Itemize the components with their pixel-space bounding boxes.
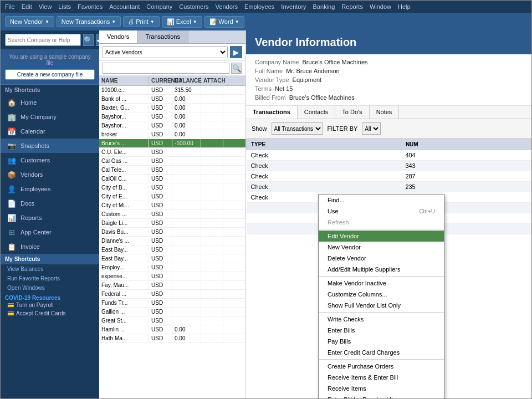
context-menu-item-find-[interactable]: Find...	[319, 195, 444, 206]
vendor-row[interactable]: Cal Tele... USD	[99, 166, 245, 175]
menu-reports[interactable]: Reports	[341, 3, 363, 10]
context-menu-item-delete-vendor[interactable]: Delete Vendor	[319, 253, 444, 264]
context-menu-item-enter-bill-for-received-items[interactable]: Enter Bill for Received Items	[319, 394, 444, 398]
sidebar-item-vendors[interactable]: 📦 Vendors	[1, 167, 99, 182]
vendor-row[interactable]: expense... USD	[99, 272, 245, 281]
menu-window[interactable]: Window	[370, 3, 391, 10]
vendor-row[interactable]: Gallion ... USD	[99, 308, 245, 316]
tab-contacts[interactable]: Contacts	[298, 106, 335, 119]
search-button[interactable]: 🔍	[83, 34, 94, 46]
menu-banking[interactable]: Banking	[313, 3, 335, 10]
filter-by-select[interactable]: All	[362, 122, 381, 135]
vendor-row[interactable]: C.U. Ele... USD	[99, 148, 245, 157]
menu-vendors[interactable]: Vendors	[216, 3, 238, 10]
menu-employees[interactable]: Employees	[244, 3, 274, 10]
vendor-row[interactable]: Hath Ma... USD 0.00	[99, 334, 245, 343]
sidebar-item-calendar[interactable]: 📅 Calendar	[1, 124, 99, 139]
context-menu-item-new-vendor[interactable]: New Vendor	[319, 242, 444, 253]
menu-favorites[interactable]: Favorites	[78, 3, 103, 10]
vendor-row[interactable]: City of B... USD	[99, 183, 245, 192]
sidebar-item-company[interactable]: 🏢 My Company	[1, 110, 99, 124]
menu-view[interactable]: View	[39, 3, 52, 10]
menu-inventory[interactable]: Inventory	[281, 3, 306, 10]
transaction-row[interactable]: Check 404	[247, 150, 531, 161]
context-menu-item-add-edit-multiple-suppliers[interactable]: Add/Edit Multiple Suppliers	[319, 264, 444, 275]
vendor-row[interactable]: Bayshor... USD 0.00	[99, 112, 245, 121]
tab-transactions-info[interactable]: Transactions	[246, 106, 298, 119]
vendor-row[interactable]: Baxter, G... USD 0.00	[99, 104, 245, 112]
vendor-row[interactable]: Funds Tr... USD	[99, 299, 245, 308]
sidebar-item-reports[interactable]: 📊 Reports	[1, 211, 99, 225]
vendor-row[interactable]: East Bay... USD	[99, 254, 245, 263]
vendor-row[interactable]: Bank of ... USD 0.00	[99, 95, 245, 104]
context-menu-item-write-checks[interactable]: Write Checks	[319, 314, 444, 325]
vendor-row[interactable]: Federal ... USD	[99, 290, 245, 299]
vendor-row[interactable]: Davis Bu... USD	[99, 228, 245, 237]
sidebar-item-app-center[interactable]: ⊞ App Center	[1, 225, 99, 239]
search-input[interactable]	[5, 34, 81, 46]
vendor-filter-expand-button[interactable]: ▶	[230, 46, 242, 58]
new-vendor-button[interactable]: New Vendor ▼	[5, 16, 54, 27]
context-menu-item-make-vendor-inactive[interactable]: Make Vendor Inactive	[319, 278, 444, 289]
tab-transactions[interactable]: Transactions	[137, 30, 188, 43]
open-windows-link[interactable]: Open Windows	[1, 283, 99, 293]
context-menu-item-enter-bills[interactable]: Enter Bills	[319, 325, 444, 336]
transaction-row[interactable]: Check 343	[247, 161, 531, 171]
tab-todos[interactable]: To Do's	[335, 106, 369, 119]
excel-button[interactable]: 📊 Excel ▼	[162, 16, 202, 28]
vendor-row[interactable]: Employ... USD	[99, 263, 245, 272]
run-favorite-reports-link[interactable]: Run Favorite Reports	[1, 274, 99, 283]
covid-title[interactable]: COVID-19 Resources	[5, 295, 95, 301]
covid-payroll-item[interactable]: 💳 Turn on Payroll	[5, 301, 95, 309]
vendor-filter-select[interactable]: Active Vendors	[103, 46, 228, 58]
vendor-row[interactable]: City of Mi... USD	[99, 201, 245, 210]
tab-notes[interactable]: Notes	[370, 106, 400, 119]
vendor-row[interactable]: CalOil C... USD	[99, 175, 245, 183]
vendor-row[interactable]: Custom ... USD	[99, 210, 245, 219]
context-menu-item-pay-bills[interactable]: Pay Bills	[319, 336, 444, 347]
transaction-row[interactable]: Check 287	[247, 171, 531, 182]
sidebar-item-customers[interactable]: 👥 Customers	[1, 153, 99, 167]
context-menu-item-create-purchase-orders[interactable]: Create Purchase Orders	[319, 361, 444, 372]
transaction-row[interactable]: Check 235	[247, 182, 531, 192]
tab-vendors[interactable]: Vendors	[99, 30, 137, 43]
menu-file[interactable]: File	[5, 3, 15, 10]
sidebar-item-snapshots[interactable]: 📷 Snapshots	[1, 139, 99, 153]
vendor-row[interactable]: Cal Gas ... USD	[99, 157, 245, 166]
menu-edit[interactable]: Edit	[22, 3, 32, 10]
view-balances-link[interactable]: View Balances	[1, 264, 99, 274]
covid-credit-item[interactable]: 💳 Accept Credit Cards	[5, 309, 95, 318]
show-transactions-select[interactable]: All Transactions	[272, 122, 323, 135]
vendor-row[interactable]: Hamlin ... USD 0.00	[99, 325, 245, 334]
vendor-row[interactable]: broker USD 0.00	[99, 130, 245, 139]
context-menu-item-receive-items[interactable]: Receive Items	[319, 383, 444, 394]
menu-customers[interactable]: Customers	[179, 3, 208, 10]
word-button[interactable]: 📝 Word ▼	[204, 16, 244, 28]
print-button[interactable]: 🖨 Print ▼	[123, 16, 160, 27]
menu-company[interactable]: Company	[146, 3, 172, 10]
new-transactions-button[interactable]: New Transactions ▼	[57, 16, 121, 27]
menu-help[interactable]: Help	[398, 3, 411, 10]
context-menu-item-use[interactable]: UseCtrl+U	[319, 206, 444, 217]
create-company-button[interactable]: Create a new company file	[5, 69, 95, 80]
menu-accountant[interactable]: Accountant	[109, 3, 140, 10]
vendor-search-button[interactable]: 🔍	[231, 63, 242, 74]
vendor-row[interactable]: Dianne's ... USD	[99, 237, 245, 245]
vendor-row[interactable]: Fay, Mau... USD	[99, 281, 245, 290]
vendor-row[interactable]: Daigle Li... USD	[99, 219, 245, 228]
sidebar-item-employees[interactable]: 👤 Employees	[1, 182, 99, 196]
sidebar-item-invoice[interactable]: 📋 Invoice	[1, 239, 99, 254]
menu-lists[interactable]: Lists	[58, 3, 71, 10]
vendor-row[interactable]: Great St... USD	[99, 316, 245, 325]
vendor-row[interactable]: City of E... USD	[99, 192, 245, 201]
vendor-row[interactable]: East Bay... USD	[99, 245, 245, 254]
vendor-row[interactable]: Bayshor... USD 0.00	[99, 121, 245, 130]
sidebar-item-home[interactable]: 🏠 Home	[1, 95, 99, 110]
sidebar-item-docs[interactable]: 📄 Docs	[1, 196, 99, 211]
vendor-search-input[interactable]	[103, 63, 229, 74]
vendor-row[interactable]: Bruce's ... USD -100.00	[99, 139, 245, 148]
context-menu-item-enter-credit-card-charges[interactable]: Enter Credit Card Charges	[319, 347, 444, 358]
context-menu-item-customize-columns-[interactable]: Customize Columns...	[319, 289, 444, 300]
vendor-row[interactable]: 10100.c... USD 315.50	[99, 86, 245, 95]
context-menu-item-edit-vendor[interactable]: Edit Vendor	[319, 231, 444, 242]
